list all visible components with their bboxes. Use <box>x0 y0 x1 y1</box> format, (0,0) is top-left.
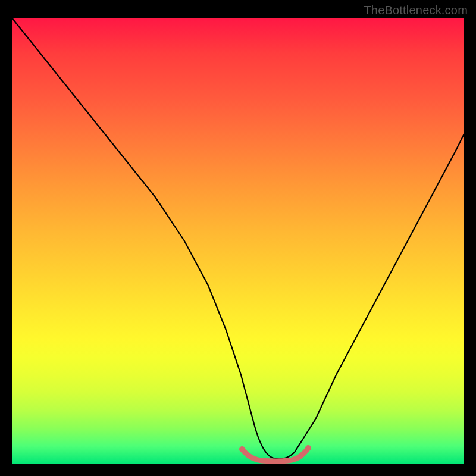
optimum-band-right-dot <box>305 445 311 451</box>
attribution-text: TheBottleneck.com <box>364 4 468 17</box>
chart-frame: TheBottleneck.com <box>0 0 476 476</box>
plot-area <box>12 18 464 464</box>
bottleneck-curve <box>12 18 464 459</box>
optimum-band-left-dot <box>239 446 245 452</box>
optimum-band <box>242 448 308 461</box>
curve-svg <box>12 18 464 464</box>
